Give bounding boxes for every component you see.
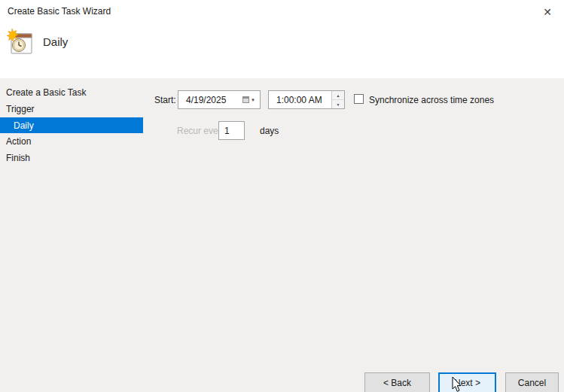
sidebar-item-label: Create a Basic Task [6,87,87,98]
calendar-icon [242,96,249,103]
start-label: Start: [154,95,176,105]
spinner-down-button[interactable]: ▼ [332,100,344,108]
date-dropdown-icon[interactable]: ▼ [242,96,260,103]
wizard-steps-sidebar: Create a Basic Task Trigger Daily Action… [0,84,143,166]
arrow-down-icon: ▼ [337,102,340,107]
spinner-up-button[interactable]: ▲ [332,91,344,100]
page-title: Daily [43,35,68,48]
recur-days-value: 1 [224,126,230,136]
recur-days-input[interactable]: 1 [218,121,245,140]
sidebar-item-label: Action [6,136,31,147]
cancel-button-label: Cancel [518,378,546,388]
sidebar-item-create-a-basic-task[interactable]: Create a Basic Task [0,84,143,101]
close-button[interactable]: ✕ [535,2,559,23]
wizard-body: Create a Basic Task Trigger Daily Action… [0,78,564,392]
mouse-cursor-icon [452,377,462,392]
task-scheduler-icon [6,28,35,56]
start-date-value: 4/19/2025 [186,95,226,105]
close-icon: ✕ [543,6,552,18]
start-date-picker[interactable]: 4/19/2025 ▼ [178,90,261,109]
sidebar-item-daily-active[interactable]: Daily [0,117,143,133]
sidebar-item-action[interactable]: Action [0,133,143,150]
back-button-label: < Back [383,378,411,388]
back-button[interactable]: < Back [364,372,430,392]
start-time-input[interactable]: 1:00:00 AM ▲ ▼ [268,90,345,109]
sidebar-item-finish[interactable]: Finish [0,150,143,166]
cancel-button[interactable]: Cancel [505,372,559,392]
sidebar-item-label: Trigger [6,104,35,114]
chevron-down-icon: ▼ [251,98,255,102]
recur-unit-label: days [260,126,279,136]
sidebar-item-label: Daily [14,120,34,131]
start-time-value: 1:00:00 AM [276,95,322,105]
synchronize-timezones-checkbox[interactable] [354,94,364,104]
create-basic-task-wizard-window: Create Basic Task Wizard ✕ Daily Create … [0,0,564,392]
next-button[interactable]: Next > [438,372,496,392]
sidebar-item-label: Finish [6,153,30,163]
time-spinner: ▲ ▼ [331,91,344,108]
synchronize-timezones-label[interactable]: Synchronize across time zones [369,95,494,105]
sidebar-item-trigger[interactable]: Trigger [0,101,143,117]
arrow-up-icon: ▲ [337,93,340,98]
window-title: Create Basic Task Wizard [8,6,111,17]
